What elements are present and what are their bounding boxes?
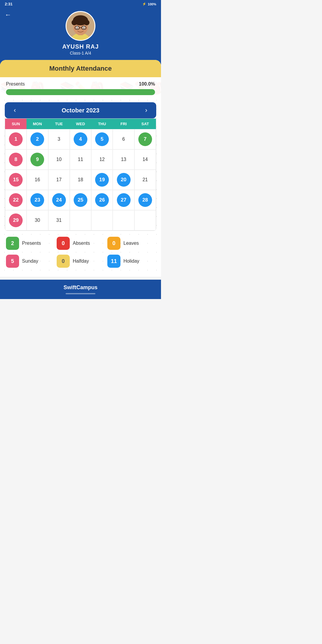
calendar-month-year: October 2023 [62, 107, 100, 114]
absents-legend-label: Absents [73, 241, 90, 246]
legend-presents: 2 Presents [6, 237, 54, 250]
day-17: 17 [48, 170, 70, 190]
attendance-percentage: 100.0% [139, 81, 155, 87]
day-3: 3 [48, 129, 70, 149]
day-24: 24 [48, 190, 70, 210]
day-22: 22 [5, 190, 27, 210]
day-9: 9 [27, 149, 48, 170]
day-15: 15 [5, 170, 27, 190]
weekday-headers: SUN MON TUE WED THU FRI SAT [5, 119, 156, 129]
progress-row: Presents 100.0% [6, 81, 155, 87]
status-time: 2:31 [5, 2, 13, 6]
status-icons: ⚡ 100% [142, 2, 156, 6]
day-1: 1 [5, 129, 27, 149]
main-content: Monthly Attendance Presents 100.0% ‹ Oct… [0, 60, 161, 277]
presents-label: Presents [6, 81, 25, 87]
student-class: Class-1 A/4 [70, 51, 91, 55]
presents-legend-label: Presents [22, 241, 41, 246]
brand-name: SwiftCampus [64, 284, 97, 290]
day-14: 14 [134, 149, 156, 170]
legend-absents: 0 Absents [57, 237, 104, 250]
status-bar: 2:31 ⚡ 100% [0, 0, 161, 8]
calendar-days: 1 2 3 4 5 6 7 8 9 10 11 [5, 129, 156, 230]
legend-holiday: 11 Holiday [107, 255, 155, 268]
day-5: 5 [91, 129, 113, 149]
day-21: 21 [134, 170, 156, 190]
weekday-sun: SUN [5, 119, 27, 129]
day-4: 4 [70, 129, 91, 149]
legend-leaves: 0 Leaves [107, 237, 155, 250]
empty-cell-1 [70, 210, 91, 230]
holiday-legend-label: Holiday [123, 258, 139, 264]
back-button[interactable]: ← [5, 11, 11, 19]
holiday-badge: 11 [107, 255, 120, 268]
day-19: 19 [91, 170, 113, 190]
day-13: 13 [113, 149, 134, 170]
progress-bar-bg [6, 89, 155, 95]
sunday-legend-label: Sunday [22, 258, 38, 264]
weekday-wed: WED [70, 119, 91, 129]
day-20: 20 [113, 170, 134, 190]
avatar [66, 11, 95, 41]
battery-icon: 100% [148, 2, 156, 6]
day-7: 7 [134, 129, 156, 149]
next-month-button[interactable]: › [142, 106, 150, 114]
day-10: 10 [48, 149, 70, 170]
day-26: 26 [91, 190, 113, 210]
footer: SwiftCampus [0, 280, 161, 299]
day-16: 16 [27, 170, 48, 190]
day-25: 25 [70, 190, 91, 210]
day-6: 6 [113, 129, 134, 149]
calendar-grid: SUN MON TUE WED THU FRI SAT 1 2 3 4 5 6 [5, 118, 156, 231]
absents-badge: 0 [57, 237, 70, 250]
empty-cell-4 [134, 210, 156, 230]
day-29: 29 [5, 210, 27, 230]
day-8: 8 [5, 149, 27, 170]
progress-section: Presents 100.0% [0, 77, 161, 98]
weekday-mon: MON [27, 119, 48, 129]
day-28: 28 [134, 190, 156, 210]
day-18: 18 [70, 170, 91, 190]
svg-point-9 [78, 16, 83, 21]
day-30: 30 [27, 210, 48, 230]
svg-point-16 [83, 27, 84, 29]
calendar-nav: ‹ October 2023 › [5, 102, 156, 118]
weekday-thu: THU [91, 119, 113, 129]
halfday-badge: 0 [57, 255, 70, 268]
empty-cell-3 [113, 210, 134, 230]
presents-badge: 2 [6, 237, 19, 250]
day-27: 27 [113, 190, 134, 210]
sunday-badge: 5 [6, 255, 19, 268]
attendance-title: Monthly Attendance [0, 60, 161, 77]
day-31: 31 [48, 210, 70, 230]
day-11: 11 [70, 149, 91, 170]
weekday-sat: SAT [134, 119, 156, 129]
halfday-legend-label: Halfday [73, 258, 89, 264]
weekday-fri: FRI [113, 119, 134, 129]
empty-cell-2 [91, 210, 113, 230]
legend-sunday: 5 Sunday [6, 255, 54, 268]
day-12: 12 [91, 149, 113, 170]
weekday-tue: TUE [48, 119, 70, 129]
day-2: 2 [27, 129, 48, 149]
prev-month-button[interactable]: ‹ [11, 106, 19, 114]
leaves-badge: 0 [107, 237, 120, 250]
day-23: 23 [27, 190, 48, 210]
legend-halfday: 0 Halfday [57, 255, 104, 268]
legend: 2 Presents 0 Absents 0 Leaves 5 Sunday 0… [0, 231, 161, 271]
student-name: AYUSH RAJ [62, 43, 99, 50]
footer-line [66, 293, 95, 294]
svg-point-15 [77, 27, 78, 29]
progress-bar-fill [6, 89, 155, 95]
leaves-legend-label: Leaves [123, 241, 139, 246]
app-header: ← [0, 8, 161, 64]
